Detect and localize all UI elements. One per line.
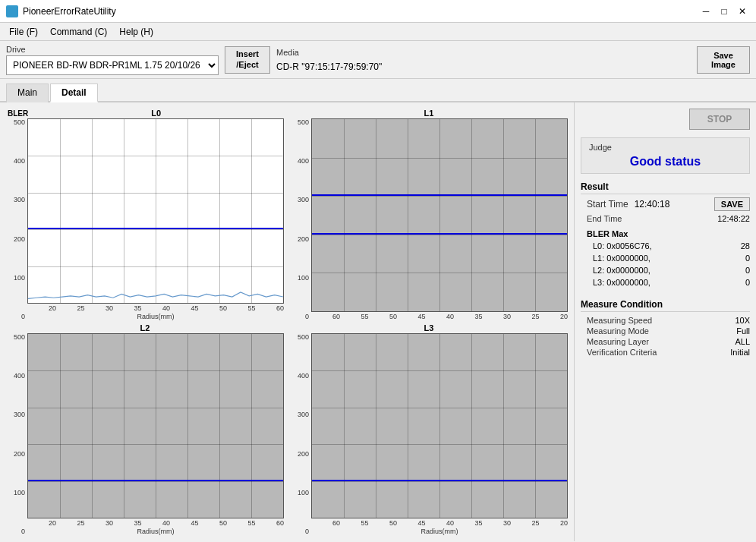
judge-section: Judge Good status xyxy=(581,137,750,174)
measure-speed-row: Measuring Speed 10X xyxy=(581,315,750,326)
measure-criteria-label: Verification Criteria xyxy=(581,348,657,357)
app-icon xyxy=(6,5,18,17)
save-button[interactable]: SAVE xyxy=(714,197,750,211)
grid-h xyxy=(312,444,567,445)
drive-group: Drive PIONEER BD-RW BDR-PR1ML 1.75 20/10… xyxy=(6,45,219,75)
end-time-row: End Time 12:48:22 xyxy=(581,214,750,223)
maximize-button[interactable]: □ xyxy=(717,4,732,19)
measure-criteria-value: Initial xyxy=(730,348,750,357)
grid-h xyxy=(28,156,283,156)
judge-status: Good status xyxy=(589,155,742,169)
measure-section: Measure Condition Measuring Speed 10X Me… xyxy=(581,299,750,358)
bler-l3-row: L3: 0x0000000, 0 xyxy=(581,278,750,287)
bler-l3-value: 0 xyxy=(745,278,750,287)
grid-v xyxy=(156,334,156,518)
start-time-value: 12:40:18 xyxy=(635,199,670,210)
bler-label: BLER xyxy=(6,109,28,118)
grid-v xyxy=(219,334,220,518)
tab-main[interactable]: Main xyxy=(6,84,49,102)
chart-l2-container: L2 500 400 300 200 100 0 xyxy=(3,322,287,537)
bler-l1-row: L1: 0x0000000, 0 xyxy=(581,254,750,263)
chart-l3-x-axis: 60 55 50 45 40 35 30 25 20 xyxy=(311,519,568,527)
grid-h xyxy=(28,481,283,482)
measure-layer-row: Measuring Layer ALL xyxy=(581,336,750,347)
drive-label: Drive xyxy=(6,45,219,54)
chart-l3-x-label: Radius(mm) xyxy=(311,528,568,535)
media-value: CD-R "97:15:17-79:59:70" xyxy=(276,61,691,72)
menu-file[interactable]: File (F) xyxy=(3,25,44,39)
save-image-button[interactable]: SaveImage xyxy=(697,46,750,74)
grid-v xyxy=(471,119,472,311)
chart-l0-data xyxy=(28,257,283,304)
measure-mode-row: Measuring Mode Full xyxy=(581,326,750,336)
chart-l3-title: L3 xyxy=(290,323,568,332)
grid-h xyxy=(312,481,567,482)
start-time-row: Start Time 12:40:18 SAVE xyxy=(581,197,750,211)
end-time-value: 12:48:22 xyxy=(717,214,750,223)
close-button[interactable]: ✕ xyxy=(735,4,750,19)
grid-v xyxy=(535,119,536,311)
blue-line-1 xyxy=(312,480,567,481)
grid-v xyxy=(439,119,440,311)
bler-l0-key: L0: 0x0056C76, xyxy=(593,241,652,251)
chart-l2-x-axis: 20 25 30 35 40 45 50 55 60 xyxy=(27,519,284,527)
chart-l1-title: L1 xyxy=(290,109,568,118)
title-bar-left: PioneerErrorRateUtility xyxy=(6,5,116,17)
chart-l2-plot xyxy=(27,333,284,518)
grid-v xyxy=(439,334,440,518)
judge-label: Judge xyxy=(589,143,742,152)
grid-v xyxy=(344,334,345,518)
chart-l0-x-label: Radius(mm) xyxy=(27,313,284,320)
blue-line-2 xyxy=(312,194,567,196)
chart-l3-plot xyxy=(311,333,568,518)
blue-line-1 xyxy=(28,228,283,229)
menu-bar: File (F) Command (C) Help (H) xyxy=(0,23,756,41)
menu-help[interactable]: Help (H) xyxy=(113,25,159,39)
chart-l1-x-axis: 60 55 50 45 40 35 30 25 20 xyxy=(311,313,568,320)
chart-l0-title: L0 xyxy=(28,109,284,118)
minimize-button[interactable]: ─ xyxy=(698,4,713,19)
menu-command[interactable]: Command (C) xyxy=(44,25,113,39)
window-controls: ─ □ ✕ xyxy=(698,4,750,19)
chart-l1-plot xyxy=(311,118,568,312)
start-time-label: Start Time xyxy=(581,199,628,210)
chart-l1-inner: 500 400 300 200 100 0 xyxy=(290,118,568,320)
chart-l3-container: L3 500 400 300 200 100 0 xyxy=(287,322,571,537)
stop-button[interactable]: STOP xyxy=(689,109,750,130)
blue-line-1 xyxy=(312,233,567,235)
measure-mode-value: Full xyxy=(736,326,750,336)
grid-h xyxy=(312,370,567,371)
grid-h xyxy=(28,193,283,194)
chart-l1-container: L1 500 400 300 200 100 0 xyxy=(287,107,571,322)
insert-eject-button[interactable]: Insert/Eject xyxy=(225,46,270,74)
chart-l0-plot xyxy=(27,118,284,304)
bler-l0-row: L0: 0x0056C76, 28 xyxy=(581,241,750,251)
bler-max-header: BLER Max xyxy=(581,229,750,238)
main-content: BLER L0 500 400 300 200 100 0 xyxy=(0,102,756,541)
grid-v xyxy=(471,334,472,518)
bler-l2-value: 0 xyxy=(745,266,750,275)
end-time-label: End Time xyxy=(581,214,622,223)
grid-h xyxy=(28,370,283,371)
tab-detail[interactable]: Detail xyxy=(50,84,98,102)
measure-header: Measure Condition xyxy=(581,299,750,312)
grid-v xyxy=(408,119,408,311)
chart-l2-title: L2 xyxy=(6,323,284,332)
chart-l0-container: BLER L0 500 400 300 200 100 0 xyxy=(3,107,287,322)
grid-h xyxy=(28,229,283,230)
grid-h xyxy=(28,444,283,445)
blue-line-1 xyxy=(28,480,283,481)
grid-v xyxy=(535,334,536,518)
bler-l2-key: L2: 0x0000000, xyxy=(593,266,650,275)
measure-layer-value: ALL xyxy=(735,337,750,346)
result-section: Result Start Time 12:40:18 SAVE End Time… xyxy=(581,181,750,287)
chart-l3-y-axis: 500 400 300 200 100 0 xyxy=(290,333,311,535)
grid-v xyxy=(124,334,124,518)
grid-h xyxy=(28,408,283,408)
tabs-bar: Main Detail xyxy=(0,79,756,102)
measure-mode-label: Measuring Mode xyxy=(581,326,649,336)
grid-v xyxy=(344,119,345,311)
measure-speed-label: Measuring Speed xyxy=(581,316,652,325)
toolbar: Drive PIONEER BD-RW BDR-PR1ML 1.75 20/10… xyxy=(0,41,756,79)
drive-select[interactable]: PIONEER BD-RW BDR-PR1ML 1.75 20/10/26 xyxy=(6,55,219,75)
